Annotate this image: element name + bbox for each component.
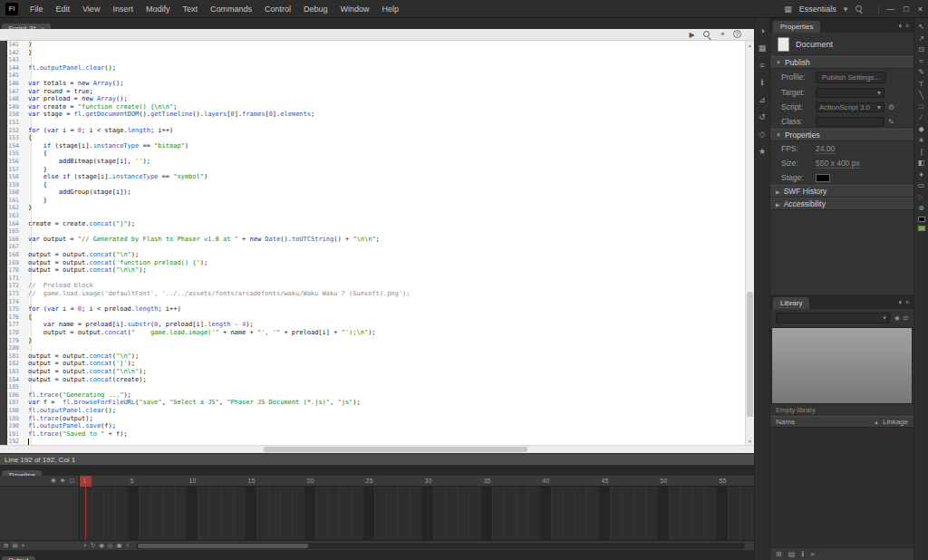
code-line-145[interactable]: 145 (7, 72, 745, 80)
timeline-grid[interactable] (80, 487, 754, 540)
size-value[interactable]: 550 x 400 px (816, 159, 860, 169)
motion-presets-icon[interactable]: ★ (759, 148, 766, 156)
subselection-tool-icon[interactable]: ↗ (918, 35, 924, 43)
text-tool-icon[interactable]: T (919, 81, 923, 88)
code-line-187[interactable]: 187var f = fl.browseForFileURL("save", "… (7, 399, 745, 407)
accessibility-section-header[interactable]: ▶ Accessibility (770, 198, 914, 210)
code-line-155[interactable]: 155 { (7, 150, 745, 158)
history-icon[interactable]: ↺ (759, 113, 766, 121)
loop-icon[interactable]: ↻ (91, 543, 95, 549)
sort-arrow-icon[interactable]: ▲ (874, 420, 879, 425)
code-line-163[interactable]: 163 (7, 212, 745, 220)
code-line-188[interactable]: 188fl.outputPanel.clear(); (7, 407, 745, 415)
code-line-164[interactable]: 164create = create.concat("}"); (7, 220, 745, 228)
deco-tool-icon[interactable]: ∗ (918, 137, 924, 144)
menu-view[interactable]: View (76, 0, 106, 18)
menu-modify[interactable]: Modify (140, 0, 177, 18)
code-line-154[interactable]: 154 if (stage[i].instanceType == "bitmap… (7, 142, 745, 150)
find-replace-icon[interactable] (702, 30, 712, 40)
color-icon[interactable]: ◑ (759, 27, 764, 35)
collapse-panel-icon[interactable]: ▾ (898, 23, 902, 30)
stroke-color-swatch[interactable] (918, 217, 925, 222)
chevron-down-icon[interactable]: ▾ (844, 5, 848, 14)
playhead-line[interactable] (85, 487, 86, 540)
horizontal-scrollbar[interactable] (0, 445, 754, 453)
name-column-header[interactable]: Name (776, 418, 795, 426)
code-line-170[interactable]: 170output = output.concat("\n\n"); (7, 266, 745, 275)
lasso-tool-icon[interactable]: ≈ (919, 58, 923, 65)
code-line-173[interactable]: 173// game.load.image('defaultFont', '..… (7, 290, 745, 298)
paint-bucket-tool-icon[interactable]: ◧ (918, 159, 925, 167)
code-line-182[interactable]: 182output = output.concat('}'); (7, 360, 745, 368)
new-library-panel-icon[interactable]: ⊡ (904, 315, 908, 322)
code-line-185[interactable]: 185 (7, 383, 745, 391)
stage-color-swatch[interactable] (816, 174, 830, 182)
workspace-grid-icon[interactable]: ▦ (784, 5, 792, 14)
code-line-149[interactable]: 149var create = "function create() {\n\n… (7, 103, 745, 111)
bone-tool-icon[interactable]: ∫ (920, 149, 922, 156)
code-line-158[interactable]: 158 else if (stage[i].instanceType == "s… (7, 173, 745, 181)
timeline-frames-area[interactable]: 1510152025303540455055 (80, 476, 754, 540)
code-line-191[interactable]: 191fl.trace("Saved to " + f); (7, 430, 745, 439)
code-line-180[interactable]: 180 (7, 344, 745, 352)
code-line-153[interactable]: 153{ (7, 134, 745, 142)
run-script-icon[interactable]: ▶ (687, 30, 697, 40)
code-line-144[interactable]: 144fl.outputPanel.clear(); (7, 64, 745, 72)
restore-button[interactable]: □ (904, 5, 908, 14)
align-icon[interactable]: ≡ (759, 62, 764, 70)
script-assist-icon[interactable]: ⌖ (718, 30, 728, 40)
code-line-186[interactable]: 186fl.trace("Generating ..."); (7, 391, 745, 400)
pencil-tool-icon[interactable]: ∕ (921, 114, 922, 121)
show-layers-as-outlines-icon[interactable]: ◻ (70, 478, 74, 484)
line-tool-icon[interactable]: ╲ (919, 92, 923, 99)
code-line-190[interactable]: 190fl.outputPanel.save(f); (7, 422, 745, 430)
swatches-icon[interactable]: ▦ (759, 44, 767, 53)
library-item-list[interactable] (770, 428, 914, 547)
pin-library-icon[interactable]: ◉ (894, 315, 900, 322)
components-icon[interactable]: ◇ (759, 130, 766, 139)
brush-tool-icon[interactable]: ◆ (918, 126, 923, 133)
menu-file[interactable]: File (24, 0, 50, 18)
code-line-141[interactable]: 141) (7, 41, 745, 49)
code-line-169[interactable]: 169output = output.concat('function prel… (7, 259, 745, 267)
code-line-160[interactable]: 160 addGroup(stage[i]); (7, 188, 745, 197)
code-line-166[interactable]: 166var output = "// Generated by Flash t… (7, 236, 745, 244)
pen-tool-icon[interactable]: ✎ (918, 69, 924, 76)
vertical-scrollbar[interactable]: ▲ ▼ (745, 41, 754, 445)
code-area[interactable]: 141)142}143144fl.outputPanel.clear();145… (7, 41, 745, 445)
menu-window[interactable]: Window (334, 0, 376, 18)
script-dropdown[interactable]: ActionScript 3.0 ▾ (816, 102, 884, 112)
show-hide-all-layers-icon[interactable]: ◉ (51, 478, 56, 484)
new-folder-icon[interactable]: ▤ (788, 551, 796, 558)
item-properties-icon[interactable]: ℹ (801, 551, 804, 558)
code-line-179[interactable]: 179} (7, 337, 745, 345)
code-line-162[interactable]: 162} (7, 204, 745, 212)
menu-help[interactable]: Help (376, 0, 406, 18)
minimize-button[interactable]: — (886, 5, 894, 14)
panel-menu-icon[interactable]: ≡ (905, 23, 909, 30)
menu-insert[interactable]: Insert (106, 0, 140, 18)
search-icon[interactable] (855, 5, 864, 14)
hand-tool-icon[interactable]: ☞ (918, 194, 924, 201)
center-frame-icon[interactable]: ⌖ (83, 543, 87, 549)
code-line-156[interactable]: 156 addBitmap(stage[i], ''); (7, 158, 745, 166)
menu-commands[interactable]: Commands (204, 0, 258, 18)
code-line-152[interactable]: 152for (var i = 0; i < stage.length; i++… (7, 127, 745, 135)
code-line-143[interactable]: 143 (7, 56, 745, 64)
code-line-167[interactable]: 167 (7, 243, 745, 251)
tab-library[interactable]: Library (773, 297, 809, 309)
tab-properties[interactable]: Properties (773, 21, 820, 33)
help-icon[interactable]: ? (733, 30, 741, 38)
new-symbol-icon[interactable]: ⊞ (776, 551, 782, 558)
script-settings-icon[interactable]: ⚙ (888, 103, 894, 111)
scroll-up-icon[interactable]: ▲ (746, 41, 754, 49)
timeline-scrollbar[interactable] (136, 543, 745, 549)
code-line-147[interactable]: 147var round = true; (7, 88, 745, 96)
selection-tool-icon[interactable]: ↖ (918, 24, 924, 31)
delete-layer-icon[interactable]: × (22, 543, 25, 549)
code-line-159[interactable]: 159 { (7, 181, 745, 189)
code-line-146[interactable]: 146var totals = new Array(); (7, 80, 745, 88)
code-line-161[interactable]: 161 } (7, 197, 745, 205)
target-dropdown[interactable]: ▾ (816, 88, 884, 98)
code-editor[interactable]: 141)142}143144fl.outputPanel.clear();145… (0, 41, 754, 445)
